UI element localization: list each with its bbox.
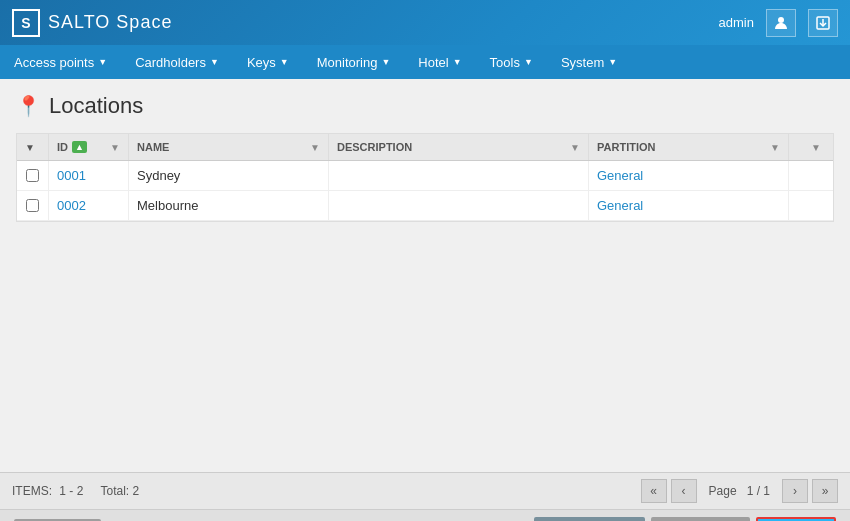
nav-item-keys[interactable]: Keys ▼ [233, 45, 303, 79]
add-button[interactable]: ADD [756, 517, 836, 521]
row-checkbox-2[interactable] [26, 199, 39, 212]
nav-arrow-3: ▼ [381, 57, 390, 67]
prev-arrow: ‹ [682, 484, 686, 498]
th-desc-label: DESCRIPTION [337, 141, 412, 153]
nav-label-hotel: Hotel [418, 55, 448, 70]
row-partition-2: General [597, 198, 643, 213]
nav-label-access-points: Access points [14, 55, 94, 70]
th-id-label: ID [57, 141, 68, 153]
refresh-button[interactable]: REFRESH [534, 517, 644, 521]
row-name-1: Sydney [137, 168, 180, 183]
user-icon-btn[interactable] [766, 9, 796, 37]
table-row: 0002 Melbourne General [17, 191, 833, 221]
svg-point-0 [778, 17, 784, 23]
user-icon [774, 16, 788, 30]
current-page: 1 / 1 [747, 484, 770, 498]
header-right: admin [719, 9, 838, 37]
td-id-2: 0002 [49, 191, 129, 220]
td-extra-2 [789, 191, 829, 220]
logo-text: SALTO Space [48, 12, 172, 33]
prev-page-btn[interactable]: ‹ [671, 479, 697, 503]
nav-arrow-6: ▼ [608, 57, 617, 67]
last-page-btn[interactable]: » [812, 479, 838, 503]
download-icon-btn[interactable] [808, 9, 838, 37]
td-checkbox-1[interactable] [17, 161, 49, 190]
th-name-label: NAME [137, 141, 169, 153]
td-partition-2: General [589, 191, 789, 220]
logo-letter: S [21, 15, 30, 31]
nav: Access points ▼ Cardholders ▼ Keys ▼ Mon… [0, 45, 850, 79]
location-icon: 📍 [16, 94, 41, 118]
nav-item-monitoring[interactable]: Monitoring ▼ [303, 45, 405, 79]
page-title-area: 📍 Locations [16, 93, 834, 119]
filter-partition-icon[interactable]: ▼ [770, 142, 780, 153]
td-desc-1 [329, 161, 589, 190]
download-icon [816, 16, 830, 30]
nav-label-system: System [561, 55, 604, 70]
th-partition-label: PARTITION [597, 141, 655, 153]
logo-box: S [12, 9, 40, 37]
th-checkbox: ▼ [17, 134, 49, 160]
table-header: ▼ ID ▲ ▼ NAME ▼ DESCRIPTION ▼ [17, 134, 833, 161]
nav-label-tools: Tools [490, 55, 520, 70]
th-description[interactable]: DESCRIPTION ▼ [329, 134, 589, 160]
items-info: ITEMS: 1 - 2 Total: 2 [12, 484, 139, 498]
main-scroll: 📍 Locations ▼ ID ▲ ▼ NAME [0, 79, 850, 472]
last-arrow: » [822, 484, 829, 498]
admin-label: admin [719, 15, 754, 30]
page-label: Page [709, 484, 737, 498]
td-id-1: 0001 [49, 161, 129, 190]
items-label: ITEMS: [12, 484, 52, 498]
nav-item-cardholders[interactable]: Cardholders ▼ [121, 45, 233, 79]
nav-item-hotel[interactable]: Hotel ▼ [404, 45, 475, 79]
th-partition[interactable]: PARTITION ▼ [589, 134, 789, 160]
items-range: 1 - 2 [59, 484, 83, 498]
pagination: « ‹ Page 1 / 1 › » [641, 479, 838, 503]
nav-arrow-2: ▼ [280, 57, 289, 67]
row-name-2: Melbourne [137, 198, 198, 213]
row-partition-1: General [597, 168, 643, 183]
nav-label-keys: Keys [247, 55, 276, 70]
delete-button[interactable]: DELETE [651, 517, 750, 521]
th-extra: ▼ [789, 134, 829, 160]
filter-name-icon[interactable]: ▼ [310, 142, 320, 153]
nav-item-access-points[interactable]: Access points ▼ [0, 45, 121, 79]
nav-arrow-1: ▼ [210, 57, 219, 67]
next-page-btn[interactable]: › [782, 479, 808, 503]
next-arrow: › [793, 484, 797, 498]
td-desc-2 [329, 191, 589, 220]
row-id-link-2[interactable]: 0002 [57, 198, 86, 213]
nav-item-system[interactable]: System ▼ [547, 45, 631, 79]
row-checkbox-1[interactable] [26, 169, 39, 182]
nav-arrow-5: ▼ [524, 57, 533, 67]
footer-info: ITEMS: 1 - 2 Total: 2 « ‹ Page 1 / 1 › » [0, 472, 850, 509]
sort-active-icon: ▲ [72, 141, 87, 153]
nav-arrow-4: ▼ [453, 57, 462, 67]
td-name-1: Sydney [129, 161, 329, 190]
th-name[interactable]: NAME ▼ [129, 134, 329, 160]
td-extra-1 [789, 161, 829, 190]
nav-label-cardholders: Cardholders [135, 55, 206, 70]
action-bar: PRINT REFRESH DELETE [0, 509, 850, 521]
row-id-link-1[interactable]: 0001 [57, 168, 86, 183]
nav-arrow-0: ▼ [98, 57, 107, 67]
page-content: 📍 Locations ▼ ID ▲ ▼ NAME [0, 79, 850, 236]
first-page-btn[interactable]: « [641, 479, 667, 503]
header: S SALTO Space admin [0, 0, 850, 45]
chevron-down-icon: ▼ [25, 142, 35, 153]
filter-id-icon[interactable]: ▼ [110, 142, 120, 153]
td-partition-1: General [589, 161, 789, 190]
th-id[interactable]: ID ▲ ▼ [49, 134, 129, 160]
logo: S SALTO Space [12, 9, 172, 37]
page-info: Page 1 / 1 [701, 484, 778, 498]
action-right: REFRESH DELETE ADD [534, 517, 836, 521]
total-label: Total: 2 [101, 484, 140, 498]
table-row: 0001 Sydney General [17, 161, 833, 191]
nav-item-tools[interactable]: Tools ▼ [476, 45, 547, 79]
first-arrow: « [650, 484, 657, 498]
td-checkbox-2[interactable] [17, 191, 49, 220]
filter-extra-icon[interactable]: ▼ [811, 142, 821, 153]
td-name-2: Melbourne [129, 191, 329, 220]
filter-desc-icon[interactable]: ▼ [570, 142, 580, 153]
nav-label-monitoring: Monitoring [317, 55, 378, 70]
